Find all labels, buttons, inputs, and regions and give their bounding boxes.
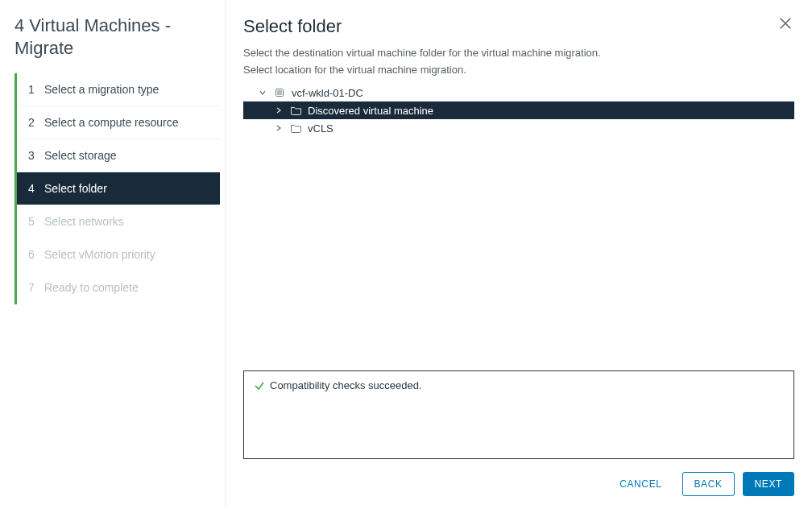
step-compute-resource[interactable]: 2 Select a compute resource	[17, 106, 220, 139]
wizard-title: 4 Virtual Machines - Migrate	[14, 14, 220, 59]
step-label: Select a compute resource	[44, 116, 179, 129]
step-number: 3	[28, 149, 36, 162]
step-networks: 5 Select networks	[17, 205, 220, 238]
step-vmotion-priority: 6 Select vMotion priority	[17, 238, 220, 271]
wizard-title-line1: 4 Virtual Machines -	[14, 15, 171, 35]
tree-root-row[interactable]: vcf-wkld-01-DC	[243, 84, 794, 101]
folder-icon	[290, 122, 301, 134]
back-button[interactable]: BACK	[682, 472, 735, 496]
cancel-button[interactable]: CANCEL	[607, 472, 673, 496]
wizard-sidebar: 4 Virtual Machines - Migrate 1 Select a …	[0, 0, 226, 509]
step-number: 6	[28, 248, 36, 261]
step-storage[interactable]: 3 Select storage	[17, 139, 220, 172]
step-migration-type[interactable]: 1 Select a migration type	[17, 73, 220, 106]
page-description: Select the destination virtual machine f…	[243, 47, 794, 59]
tree-root-label: vcf-wkld-01-DC	[290, 87, 363, 99]
step-label: Select a migration type	[44, 83, 159, 96]
step-number: 7	[28, 281, 36, 294]
chevron-right-icon[interactable]	[276, 125, 285, 131]
step-number: 2	[28, 116, 36, 129]
chevron-down-icon[interactable]	[259, 89, 269, 96]
tree-item-vcls[interactable]: vCLS	[243, 119, 794, 137]
tree-item-label: vCLS	[306, 122, 334, 134]
step-label: Ready to complete	[44, 281, 139, 294]
wizard-footer: CANCEL BACK NEXT	[243, 472, 794, 496]
step-label: Select networks	[44, 215, 124, 228]
step-ready-complete: 7 Ready to complete	[17, 271, 220, 304]
wizard-main: Select folder Select the destination vir…	[226, 0, 812, 509]
step-select-folder[interactable]: 4 Select folder	[17, 172, 220, 205]
page-sub-description: Select location for the virtual machine …	[243, 64, 794, 76]
datacenter-icon	[274, 87, 285, 98]
tree-item-discovered-vm[interactable]: Discovered virtual machine	[243, 101, 794, 119]
folder-tree: vcf-wkld-01-DC Discovered virtual machin…	[243, 84, 794, 137]
wizard-steps: 1 Select a migration type 2 Select a com…	[14, 73, 220, 304]
compatibility-text: Compatibility checks succeeded.	[270, 379, 422, 391]
wizard-title-line2: Migrate	[14, 38, 73, 58]
migrate-wizard-dialog: 4 Virtual Machines - Migrate 1 Select a …	[0, 0, 812, 509]
step-label: Select folder	[44, 182, 107, 195]
step-label: Select storage	[44, 149, 117, 162]
step-number: 5	[28, 215, 36, 228]
next-button[interactable]: NEXT	[743, 472, 794, 496]
page-title-row: Select folder	[243, 16, 794, 37]
chevron-right-icon[interactable]	[276, 107, 285, 114]
step-number: 4	[28, 182, 36, 195]
step-number: 1	[28, 83, 36, 96]
page-title: Select folder	[243, 16, 342, 37]
checkmark-icon	[254, 380, 265, 391]
close-icon[interactable]	[777, 16, 794, 31]
tree-item-label: Discovered virtual machine	[306, 105, 794, 117]
step-label: Select vMotion priority	[44, 248, 155, 261]
compatibility-panel: Compatibility checks succeeded.	[243, 370, 794, 459]
compatibility-row: Compatibility checks succeeded.	[254, 379, 784, 391]
folder-icon	[290, 105, 301, 116]
